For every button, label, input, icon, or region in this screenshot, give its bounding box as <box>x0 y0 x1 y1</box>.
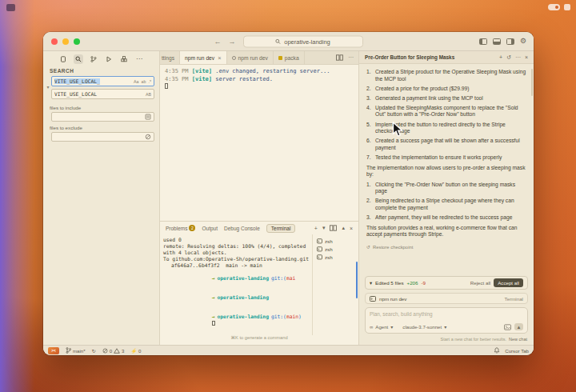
vite-log-line: 4:35 PM [vite] .env changed, restarting … <box>165 68 354 76</box>
close-tab-icon[interactable]: × <box>218 54 221 62</box>
preserve-case-icon[interactable]: AB <box>146 92 151 97</box>
minimize-window-button[interactable] <box>62 38 69 45</box>
titlebar: ← → operative-landing ⚙ <box>43 32 534 51</box>
run-debug-icon[interactable] <box>104 54 114 64</box>
branch-indicator[interactable]: main* <box>66 347 86 354</box>
ports-indicator[interactable]: ⚡ 0 <box>130 348 141 354</box>
close-chat-icon[interactable]: × <box>525 54 528 60</box>
additions-count: +206 <box>407 280 418 286</box>
vite-log-line: 4:35 PM [vite] server restarted. <box>165 76 354 84</box>
control-center-icon[interactable] <box>564 4 570 10</box>
explorer-icon[interactable] <box>58 54 68 64</box>
chat-more-icon[interactable]: ⋯ <box>515 54 521 61</box>
tab-problems[interactable]: Problems 2 <box>166 225 195 231</box>
toggle-secondary-sidebar-icon[interactable] <box>506 38 514 45</box>
recording-indicator-icon[interactable] <box>548 4 560 10</box>
model-dropdown-icon[interactable]: ▾ <box>444 324 446 330</box>
reject-all-button[interactable]: Reject all <box>470 280 490 286</box>
terminal-list: zsh zsh zsh <box>312 234 358 335</box>
traffic-lights <box>51 38 80 45</box>
chat-history-icon[interactable]: ↺ <box>506 54 511 61</box>
replace-input-value: VITE_USE_LOCAL <box>54 91 97 97</box>
extensions-icon[interactable] <box>119 54 129 64</box>
review-chevron-icon[interactable]: ▾ <box>370 280 372 286</box>
maximize-panel-icon[interactable]: ▴ <box>342 225 345 231</box>
files-exclude-input[interactable] <box>51 132 154 142</box>
new-chat-hint: Start a new chat for better results. <box>441 337 507 342</box>
bottom-panel: Problems 2 Output Debug Console Terminal… <box>160 221 358 345</box>
agent-mode-selector[interactable]: Agent <box>375 324 388 330</box>
close-window-button[interactable] <box>51 38 58 45</box>
tab-settings[interactable]: ttings <box>160 51 180 64</box>
toggle-replace-chevron-icon[interactable]: ▾ <box>45 76 51 102</box>
source-control-icon[interactable] <box>89 54 98 64</box>
chat-paragraph: The implementation now allows users to p… <box>366 165 526 178</box>
forward-button[interactable]: → <box>229 38 236 45</box>
chat-step: 7.Tested the implementation to ensure it… <box>366 154 526 162</box>
command-center-search[interactable]: operative-landing <box>243 35 363 47</box>
files-include-label: files to include <box>50 105 153 110</box>
chat-bottom-area: ▾ Edited 5 files +206 -9 Reject all Acce… <box>359 273 534 334</box>
chat-scrollbar[interactable] <box>531 69 533 96</box>
terminal-list-item[interactable]: zsh <box>317 253 355 261</box>
search-view-icon[interactable] <box>74 54 83 64</box>
files-include-input[interactable] <box>51 112 154 122</box>
restore-checkpoint-button[interactable]: ↺ Restore checkpoint <box>366 244 526 251</box>
agent-dropdown-icon[interactable]: ▾ <box>390 324 393 330</box>
tab-terminal[interactable]: Terminal <box>266 224 296 233</box>
toggle-panel-icon[interactable] <box>493 38 501 45</box>
zoom-window-button[interactable] <box>74 38 80 45</box>
send-button[interactable]: ▲ <box>514 323 523 330</box>
new-chat-icon[interactable]: + <box>499 54 502 60</box>
notifications-bell-icon[interactable] <box>494 347 500 354</box>
regex-icon[interactable]: .* <box>148 79 151 84</box>
terminal-line: used 0 <box>163 237 309 243</box>
editor-actions-more-icon[interactable]: ⋯ <box>348 54 354 61</box>
editor-content[interactable]: 4:35 PM [vite] .env changed, restarting … <box>160 65 358 221</box>
terminal-cursor <box>212 321 215 326</box>
package-json-icon <box>278 56 282 60</box>
replace-input[interactable]: VITE_USE_LOCAL AB <box>51 89 154 99</box>
chat-input-box[interactable]: Plan, search, build anything ∞ Agent ▾ c… <box>365 307 528 334</box>
back-button[interactable]: ← <box>214 38 222 45</box>
split-terminal-icon[interactable] <box>330 225 337 231</box>
tab-npm-run-dev-1[interactable]: npm run dev × <box>180 51 227 64</box>
split-editor-icon[interactable] <box>336 54 343 61</box>
close-panel-icon[interactable]: × <box>350 226 353 231</box>
settings-gear-icon[interactable]: ⚙ <box>520 38 526 45</box>
terminal-dropdown-icon[interactable]: ▾ <box>322 225 326 231</box>
terminal-prompt-line: →operative-landing <box>163 288 309 307</box>
panel-tabbar: Problems 2 Output Debug Console Terminal… <box>160 222 358 234</box>
sync-changes-button[interactable]: ↻ <box>92 348 96 354</box>
terminal-list-item[interactable]: zsh <box>317 245 355 253</box>
exclude-settings-icon[interactable] <box>145 134 151 140</box>
terminal-output[interactable]: used 0 remote: Resolving deltas: 100% (4… <box>160 234 312 335</box>
search-input[interactable]: VITE_USE_LOCAL_ Aa ab .* <box>51 76 154 86</box>
terminal-list-item[interactable]: zsh <box>317 237 355 245</box>
new-terminal-icon[interactable]: + <box>314 226 318 231</box>
tool-call-card[interactable]: npm run dev Terminal <box>365 293 528 304</box>
remote-indicator[interactable]: >< <box>48 347 59 354</box>
chat-flow-step: 2.Being redirected to a Stripe checkout … <box>366 198 526 211</box>
menubar-app-icon <box>6 4 15 11</box>
problems-indicator[interactable]: 0 3 <box>102 348 125 354</box>
search-icon <box>275 38 281 44</box>
restore-icon: ↺ <box>366 244 370 251</box>
tab-npm-run-dev-2[interactable]: npm run dev <box>227 51 274 64</box>
errors-icon <box>102 348 108 354</box>
match-case-icon[interactable]: Aa <box>134 79 138 84</box>
attach-image-icon[interactable] <box>504 324 511 330</box>
main-area: ⋯ SEARCH ▾ VITE_USE_LOCAL_ Aa ab .* <box>43 51 534 345</box>
new-chat-link[interactable]: New chat <box>509 337 527 342</box>
accept-all-button[interactable]: Accept all <box>494 278 523 287</box>
tab-package[interactable]: packa <box>274 51 305 64</box>
open-editors-icon[interactable] <box>145 114 151 120</box>
whole-word-icon[interactable]: ab <box>142 79 146 84</box>
model-selector[interactable]: claude-3.7-sonnet <box>402 324 442 330</box>
more-views-icon[interactable]: ⋯ <box>134 54 144 64</box>
tab-output[interactable]: Output <box>202 226 218 231</box>
toggle-primary-sidebar-icon[interactable] <box>479 38 487 45</box>
terminal-list-scrollbar[interactable] <box>356 262 358 298</box>
tab-debug-console[interactable]: Debug Console <box>224 226 260 231</box>
cursor-tab-indicator[interactable]: Cursor Tab <box>505 348 529 354</box>
